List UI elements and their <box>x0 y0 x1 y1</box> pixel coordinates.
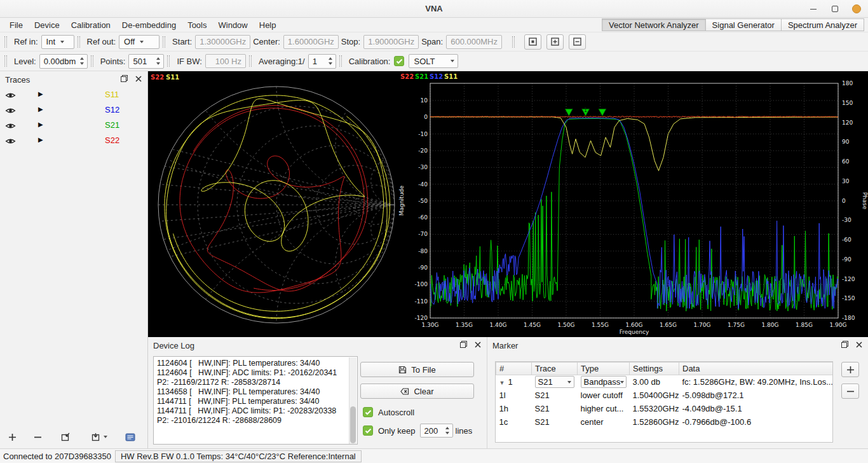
menu-item-device[interactable]: Device <box>29 19 65 31</box>
marker-settings-cell[interactable]: 1.55320GHz <box>630 402 679 415</box>
only-keep-label: Only keep <box>378 426 416 436</box>
traces-toolbar <box>0 429 147 445</box>
expand-arrow-icon[interactable]: ▶ <box>38 136 43 143</box>
traces-close-button[interactable] <box>135 75 142 85</box>
averaging-spin[interactable]: 1 <box>308 54 336 69</box>
trace-row-s11[interactable]: ▶ S11 <box>0 88 147 103</box>
marker-row[interactable]: 1l S21 lower cutoff 1.50400GHz -5.098db@… <box>496 389 833 402</box>
smith-chart[interactable]: S22S11 <box>148 71 398 337</box>
log-scrollbar[interactable] <box>349 357 356 445</box>
display-setup-button[interactable] <box>122 429 139 445</box>
level-label: Level: <box>14 57 36 66</box>
marker-trace-select[interactable]: S21 <box>535 376 574 388</box>
trace-label[interactable]: S21 <box>105 120 119 130</box>
device-log-list[interactable]: 1124604 [ HW,INF]: PLL temperatures: 34/… <box>153 356 358 445</box>
svg-text:-90: -90 <box>418 265 428 271</box>
remove-marker-button[interactable] <box>841 384 859 399</box>
spin-arrows[interactable] <box>79 57 85 65</box>
marker-type-select[interactable]: Bandpass <box>581 376 627 388</box>
start-field[interactable]: 1.30000GHz <box>195 35 250 49</box>
marker-close-button[interactable] <box>855 341 863 350</box>
calibration-select[interactable]: SOLT <box>409 54 458 68</box>
traces-float-button[interactable] <box>120 74 128 85</box>
tab-spectrum-analyzer[interactable]: Spectrum Analyzer <box>782 18 864 31</box>
col-header-data[interactable]: Data <box>679 363 833 375</box>
only-keep-checkbox[interactable] <box>363 425 373 436</box>
col-header-num[interactable]: # <box>496 363 532 375</box>
window-title: VNA <box>425 4 442 13</box>
menubar: File Device Calibration De-embedding Too… <box>0 18 868 32</box>
chevron-down-icon <box>451 60 454 62</box>
menu-item-help[interactable]: Help <box>254 19 282 31</box>
eye-icon[interactable] <box>5 107 16 116</box>
stop-field[interactable]: 1.90000GHz <box>363 35 419 49</box>
import-traces-button[interactable] <box>57 429 74 445</box>
tab-vector-network-analyzer[interactable]: Vector Network Analyzer <box>602 18 706 31</box>
expand-arrow-icon[interactable]: ▶ <box>38 121 43 128</box>
checkmark-icon <box>365 410 372 415</box>
expand-arrow-icon[interactable]: ▶ <box>38 90 43 97</box>
marker-row[interactable]: ▼1 S21 Bandpass 3.00 db fc: 1.5286GHz, B… <box>496 375 833 389</box>
menu-item-window[interactable]: Window <box>213 19 254 31</box>
trace-row-s21[interactable]: ▶ S21 <box>0 118 147 134</box>
col-header-trace[interactable]: Trace <box>532 363 578 375</box>
eye-icon[interactable] <box>5 122 16 132</box>
span-field[interactable]: 600.000MHz <box>446 35 502 49</box>
trace-row-s12[interactable]: ▶ S12 <box>0 103 147 118</box>
marker-row[interactable]: 1h S21 higher cut... 1.55320GHz -4.049db… <box>496 402 833 415</box>
zoom-out-button[interactable] <box>569 34 586 50</box>
svg-text:-180: -180 <box>842 315 855 321</box>
tree-expander-icon[interactable]: ▼ <box>499 380 505 386</box>
svg-text:S21: S21 <box>415 73 428 80</box>
autoscroll-checkbox[interactable] <box>363 407 373 417</box>
add-trace-button[interactable] <box>4 429 20 445</box>
menu-item-file[interactable]: File <box>4 19 29 31</box>
spin-arrows[interactable] <box>444 427 451 434</box>
calibration-checkbox[interactable] <box>394 56 404 66</box>
trace-label[interactable]: S12 <box>105 105 119 114</box>
add-marker-button[interactable] <box>841 362 859 377</box>
zoom-in-button[interactable] <box>546 34 564 50</box>
bottom-docks: Device Log 1124604 [ HW,INF]: PLL temper… <box>148 337 868 448</box>
ref-out-select[interactable]: Off <box>119 35 159 49</box>
only-keep-spin[interactable]: 200 <box>420 424 453 438</box>
log-scrollbar-thumb[interactable] <box>350 406 356 443</box>
ifbw-field[interactable]: 100 Hz <box>205 54 246 68</box>
marker-settings-cell[interactable]: 1.52860GHz <box>630 415 679 429</box>
col-header-settings[interactable]: Settings <box>630 363 679 375</box>
maximize-button[interactable] <box>830 4 840 14</box>
marker-row[interactable]: 1c S21 center 1.52860GHz -0.7966db@-100.… <box>496 415 833 429</box>
menu-item-de-embedding[interactable]: De-embedding <box>116 19 182 31</box>
menu-item-tools[interactable]: Tools <box>182 19 212 31</box>
menu-item-calibration[interactable]: Calibration <box>65 19 116 31</box>
calibration-label: Calibration: <box>349 57 391 66</box>
tab-signal-generator[interactable]: Signal Generator <box>706 18 782 31</box>
points-spin[interactable]: 501 <box>128 54 164 69</box>
zoom-fit-button[interactable] <box>524 34 541 50</box>
col-header-type[interactable]: Type <box>578 363 630 375</box>
level-spin[interactable]: 0.00dbm <box>39 54 88 69</box>
eye-icon[interactable] <box>5 137 16 147</box>
minimize-button[interactable] <box>808 4 818 14</box>
trace-label[interactable]: S11 <box>105 90 119 99</box>
minimize-icon <box>810 9 817 10</box>
expand-arrow-icon[interactable]: ▶ <box>38 106 43 113</box>
spin-arrows[interactable] <box>155 57 161 65</box>
export-traces-button[interactable] <box>88 429 111 445</box>
ref-in-select[interactable]: Int <box>41 35 74 49</box>
close-button[interactable] <box>851 4 862 14</box>
trace-label[interactable]: S22 <box>105 135 119 145</box>
marker-settings-cell[interactable]: 3.00 db <box>630 375 679 389</box>
spin-arrows[interactable] <box>327 57 334 65</box>
checkmark-icon <box>365 428 372 434</box>
trace-row-s22[interactable]: ▶ S22 <box>0 134 147 149</box>
clear-button[interactable]: Clear <box>360 384 474 399</box>
eye-icon[interactable] <box>5 92 16 101</box>
remove-trace-button[interactable] <box>29 429 46 445</box>
svg-text:-40: -40 <box>418 181 428 188</box>
marker-settings-cell[interactable]: 1.50400GHz <box>630 389 679 402</box>
frequency-chart[interactable]: 1.30G1.35G1.40G1.45G1.50G1.55G1.60G1.65G… <box>398 71 868 337</box>
center-field[interactable]: 1.60000GHz <box>283 35 339 49</box>
marker-float-button[interactable] <box>841 340 849 350</box>
to-file-button[interactable]: To File <box>360 362 474 377</box>
